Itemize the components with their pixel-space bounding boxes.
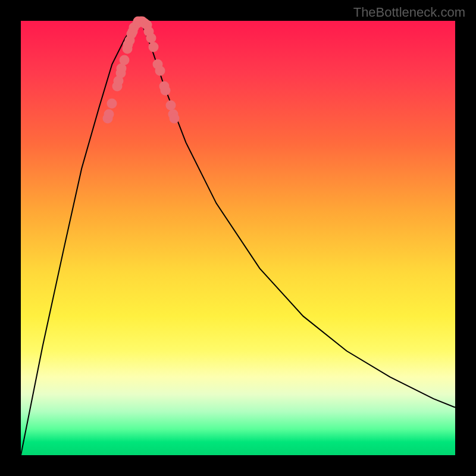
data-point bbox=[119, 55, 129, 65]
data-point bbox=[148, 42, 158, 52]
chart-container bbox=[21, 21, 455, 455]
data-points-layer bbox=[21, 21, 455, 455]
data-point bbox=[169, 114, 179, 124]
watermark-text: TheBottleneck.com bbox=[353, 5, 465, 20]
data-point bbox=[117, 64, 127, 74]
data-point bbox=[107, 98, 117, 108]
data-point bbox=[104, 109, 114, 119]
data-point bbox=[161, 85, 171, 95]
data-point bbox=[155, 65, 165, 76]
